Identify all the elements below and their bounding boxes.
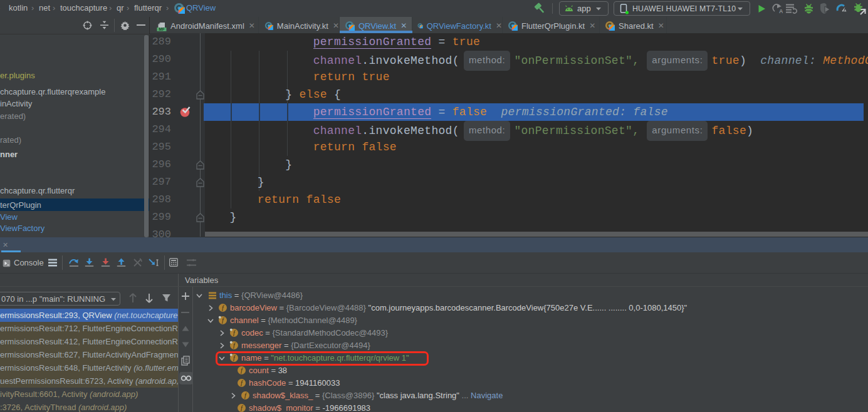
svg-text:MF: MF bbox=[159, 27, 164, 31]
svg-text:A: A bbox=[779, 8, 783, 14]
